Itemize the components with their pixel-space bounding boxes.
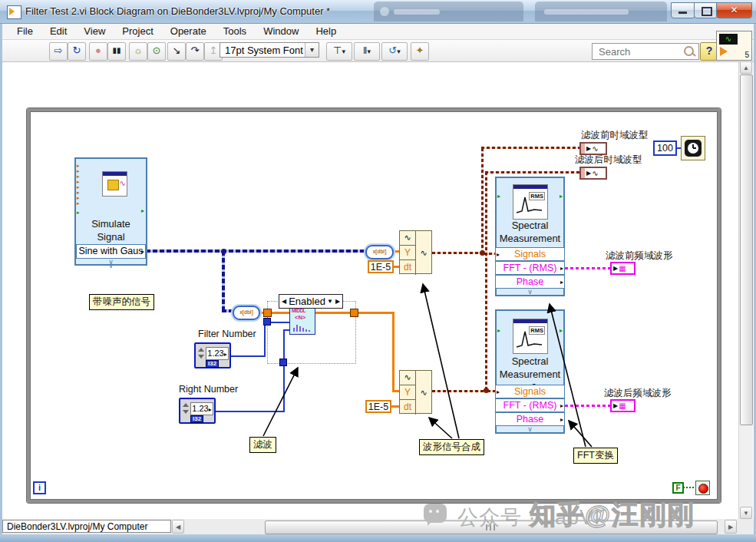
right-number-label: Right Number <box>179 384 238 395</box>
filter-vi-node[interactable]: MIDDL <N> <box>289 306 315 335</box>
menu-window[interactable]: Window <box>255 24 307 38</box>
build-waveform-node-2[interactable]: ∿ Y dt ∿ <box>399 370 432 414</box>
scroll-right-icon[interactable]: ▶ <box>725 520 737 534</box>
vertical-scrollbar-thumb[interactable] <box>740 74 753 425</box>
filter-vi-histogram-icon <box>293 324 313 332</box>
run-button[interactable]: ⇨ <box>49 42 68 61</box>
spectral2-signals-label: Signals <box>514 386 546 397</box>
menu-edit[interactable]: Edit <box>41 24 75 38</box>
wait-ms-constant[interactable]: 100 <box>653 140 677 156</box>
maximize-button[interactable] <box>694 2 718 18</box>
spectral1-signals-row[interactable]: ▸ Signals <box>495 247 565 261</box>
dt-constant-1[interactable]: 1E-5 <box>368 260 394 273</box>
retain-wire-values-button[interactable]: ⊙ <box>147 42 166 61</box>
wire-fft1 <box>565 267 610 269</box>
menu-operate[interactable]: Operate <box>162 24 215 38</box>
search-input[interactable] <box>597 45 677 58</box>
execution-target-label[interactable]: DieBonder3LV.lvproj/My Computer <box>2 520 171 533</box>
menu-file[interactable]: File <box>8 24 41 38</box>
simulate-signal-output-row[interactable]: Sine with Gaus ▸ <box>76 244 146 259</box>
abort-button[interactable]: ● <box>89 42 107 61</box>
right-number-value[interactable]: 1.23 <box>192 404 208 413</box>
wire-waveform-b-top <box>485 171 579 174</box>
spectral2-phase-label: Phase <box>517 414 543 425</box>
vertical-scrollbar[interactable]: ▲ ▼ <box>738 61 753 520</box>
resize-objects-button[interactable]: ↺▾ <box>381 42 408 61</box>
type-badge: I32 <box>206 360 219 368</box>
highlight-execution-button[interactable]: ☼ <box>129 42 147 61</box>
stop-false-constant[interactable]: F <box>672 482 684 494</box>
wire-junction-waveform-b <box>484 388 489 393</box>
pause-button[interactable]: ▮▮ <box>107 42 126 61</box>
run-continuously-button[interactable]: ↻ <box>68 42 86 61</box>
dt-constant-2[interactable]: 1E-5 <box>365 400 391 413</box>
wire-waveform-a-top <box>481 147 579 149</box>
simulate-signal-title1: Simulate <box>76 218 146 230</box>
build-waveform-node-1[interactable]: ∿ Y dt ∿ <box>399 230 432 274</box>
spectral1-fft-row[interactable]: FFT - (RMS) ▸ <box>495 261 565 275</box>
case-selector-label[interactable]: Enabled <box>289 296 325 307</box>
case-next-icon[interactable]: ▶ <box>333 298 342 305</box>
wait-next-ms-node[interactable] <box>681 136 705 160</box>
close-button[interactable]: ✕ <box>716 2 752 18</box>
horizontal-scrollbar-thumb[interactable] <box>265 521 718 534</box>
free-label-synthesis[interactable]: 波形信号合成 <box>419 439 484 455</box>
spectral1-phase-row[interactable]: Phase ▸ <box>495 275 565 289</box>
free-label-noise[interactable]: 带噪声的信号 <box>89 294 154 310</box>
menu-tools[interactable]: Tools <box>215 24 255 38</box>
free-label-fft[interactable]: FFT变换 <box>573 448 618 464</box>
iteration-terminal[interactable]: i <box>33 481 46 494</box>
chevron-down-icon[interactable]: ▾ <box>305 43 319 57</box>
search-box[interactable] <box>592 43 699 60</box>
spectral-icon: RMS <box>513 184 548 220</box>
convert-from-dynamic-node-1[interactable]: x[dbl] <box>233 306 260 320</box>
scroll-left-icon[interactable]: ◀ <box>172 520 184 534</box>
freq-pre-indicator-terminal[interactable]: ▶▦ <box>610 262 636 275</box>
wave-icon: ∿ <box>400 371 416 385</box>
spectral2-title2: Measurement <box>497 368 563 380</box>
output-arrow-icon: ▸ <box>560 193 563 200</box>
wire-filter-number-h <box>231 355 266 357</box>
minimize-icon <box>678 12 687 14</box>
free-label-filter[interactable]: 滤波 <box>249 437 276 453</box>
spectral2-phase-row[interactable]: Phase ▸ <box>495 412 565 426</box>
expand-chevron-icon[interactable]: ∨ <box>495 290 565 294</box>
minimize-button[interactable] <box>671 2 695 18</box>
right-number-control[interactable]: 1.23▸ I32 <box>179 398 216 424</box>
filter-vi-line2: <N> <box>295 314 305 321</box>
case-selector[interactable]: ◀ Enabled ▼ ▶ <box>279 294 343 309</box>
input-arrow-icon: ▸ <box>497 328 500 334</box>
time-post-indicator-terminal[interactable]: ▶∿ <box>579 167 607 180</box>
case-prev-icon[interactable]: ◀ <box>279 298 289 305</box>
simulate-signal-output-label: Sine with Gaus <box>78 246 143 256</box>
expand-chevron-icon[interactable]: ∨ <box>495 428 565 431</box>
font-selector[interactable]: 17pt System Font ▾ <box>220 42 319 58</box>
increment-decrement-icon[interactable] <box>182 402 190 418</box>
scroll-down-icon[interactable]: ▼ <box>740 507 752 519</box>
wave-icon: ∿ <box>120 179 126 187</box>
status-bar: DieBonder3LV.lvproj/My Computer ◀ ▶ <box>2 519 754 534</box>
loop-condition-terminal[interactable] <box>695 481 710 495</box>
case-dropdown-icon[interactable]: ▼ <box>327 298 333 305</box>
convert-from-dynamic-node-2[interactable]: x[dbl] <box>365 245 394 259</box>
wire-waveform-a-v <box>481 148 484 253</box>
scroll-up-icon[interactable]: ▲ <box>740 61 752 74</box>
expand-chevron-icon[interactable]: ∨∨ <box>74 260 147 268</box>
menu-view[interactable]: View <box>75 24 114 38</box>
menu-help[interactable]: Help <box>307 24 345 38</box>
spectral2-signals-row[interactable]: ▸ Signals <box>495 385 565 398</box>
align-objects-button[interactable]: ⊤▾ <box>326 42 352 61</box>
vi-corner-icon[interactable]: ∿ 5 <box>716 31 752 61</box>
spectral2-fft-row[interactable]: FFT - (RMS) ▸ <box>495 398 565 412</box>
filter-number-value[interactable]: 1.23 <box>207 349 223 358</box>
freq-post-indicator-terminal[interactable]: ▶▦ <box>610 399 636 412</box>
convert-node-text: x[dbl] <box>373 249 387 254</box>
menu-project[interactable]: Project <box>114 24 161 38</box>
filter-number-control[interactable]: 1.23▸ I32 <box>194 342 231 368</box>
step-over-button[interactable]: ↷ <box>186 42 204 61</box>
increment-decrement-icon[interactable] <box>197 346 205 363</box>
clean-up-diagram-button[interactable]: ✦ <box>411 42 429 61</box>
step-into-button[interactable]: ↘ <box>167 42 186 61</box>
distribute-objects-button[interactable]: ‖▾ <box>354 42 380 61</box>
spectral1-phase-label: Phase <box>517 276 543 287</box>
